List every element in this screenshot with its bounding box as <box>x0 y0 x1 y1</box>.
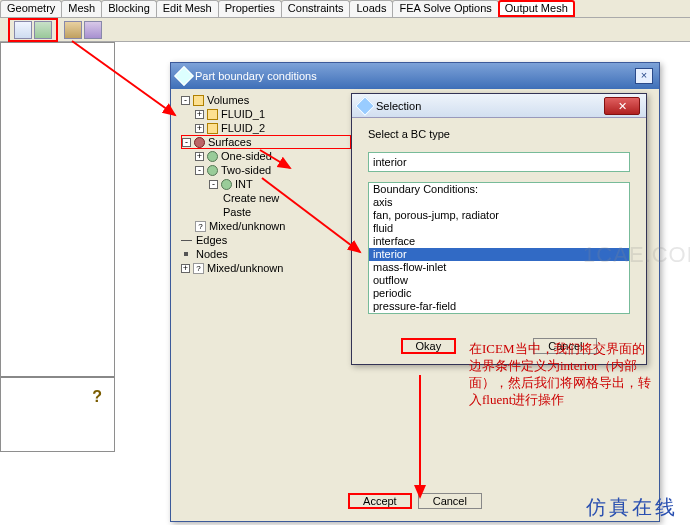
tree-fluid1[interactable]: FLUID_1 <box>221 108 265 120</box>
tree-surfaces[interactable]: Surfaces <box>208 136 251 148</box>
part-boundary-dialog: Part boundary conditions × -Volumes +FLU… <box>170 62 660 522</box>
okay-button[interactable]: Okay <box>401 338 457 354</box>
tree-int[interactable]: INT <box>235 178 253 190</box>
list-item[interactable]: outflow <box>369 274 629 287</box>
left-panel: ? <box>0 42 115 452</box>
dialog-close-button[interactable]: × <box>635 68 653 84</box>
toolbar-btn-2[interactable] <box>34 21 52 39</box>
tree-create-new[interactable]: Create new <box>223 192 279 204</box>
tree-mixed-2[interactable]: Mixed/unknown <box>207 262 283 274</box>
help-icon[interactable]: ? <box>92 388 102 406</box>
tree: -Volumes +FLUID_1 +FLUID_2 -Surfaces +On… <box>181 93 351 275</box>
toolbar-btn-3[interactable] <box>64 21 82 39</box>
list-item[interactable]: mass-flow-inlet <box>369 261 629 274</box>
selection-titlebar[interactable]: Selection ✕ <box>352 94 646 118</box>
tree-mixed-1[interactable]: Mixed/unknown <box>209 220 285 232</box>
list-item[interactable]: fluid <box>369 222 629 235</box>
selection-title: Selection <box>376 100 421 112</box>
toolbar-btn-4[interactable] <box>84 21 102 39</box>
tree-fluid2[interactable]: FLUID_2 <box>221 122 265 134</box>
selection-dialog: Selection ✕ Select a BC type Boundary Co… <box>351 93 647 365</box>
tab-geometry[interactable]: Geometry <box>0 0 62 17</box>
cancel-button[interactable]: Cancel <box>418 493 482 509</box>
toolbar-group-highlighted <box>8 18 58 42</box>
dialog-titlebar[interactable]: Part boundary conditions × <box>171 63 659 89</box>
tab-properties[interactable]: Properties <box>218 0 282 17</box>
tree-edges[interactable]: Edges <box>196 234 227 246</box>
main-tabbar: Geometry Mesh Blocking Edit Mesh Propert… <box>0 0 690 18</box>
selection-label: Select a BC type <box>368 128 630 140</box>
left-panel-content <box>1 43 114 378</box>
toolbar-btn-1[interactable] <box>14 21 32 39</box>
dialog-title: Part boundary conditions <box>195 70 635 82</box>
tree-onesided[interactable]: One-sided <box>221 150 272 162</box>
list-item-selected[interactable]: interior <box>369 248 629 261</box>
tree-twosided[interactable]: Two-sided <box>221 164 271 176</box>
annotation-text: 在ICEM当中，我们将交界面的边界条件定义为interior（内部面），然后我们… <box>469 340 651 408</box>
tree-nodes[interactable]: Nodes <box>196 248 228 260</box>
tab-blocking[interactable]: Blocking <box>101 0 157 17</box>
list-item[interactable]: Boundary Conditions: <box>369 183 629 196</box>
tree-paste[interactable]: Paste <box>223 206 251 218</box>
tab-constraints[interactable]: Constraints <box>281 0 351 17</box>
selection-close-button[interactable]: ✕ <box>604 97 640 115</box>
tab-fea-solve[interactable]: FEA Solve Options <box>392 0 498 17</box>
dialog-icon <box>174 66 194 86</box>
accept-button[interactable]: Accept <box>348 493 412 509</box>
toolbar <box>0 18 690 42</box>
dialog-body: -Volumes +FLUID_1 +FLUID_2 -Surfaces +On… <box>171 89 659 519</box>
tab-output-mesh[interactable]: Output Mesh <box>498 0 575 17</box>
tree-volumes[interactable]: Volumes <box>207 94 249 106</box>
brand-text: 仿真在线 <box>586 494 678 521</box>
bc-type-input[interactable] <box>368 152 630 172</box>
list-item[interactable]: axis <box>369 196 629 209</box>
tab-mesh[interactable]: Mesh <box>61 0 102 17</box>
list-item[interactable]: pressure-far-field <box>369 300 629 313</box>
tab-loads[interactable]: Loads <box>349 0 393 17</box>
bc-type-list[interactable]: Boundary Conditions: axis fan, porous-ju… <box>368 182 630 314</box>
selection-icon <box>355 96 375 116</box>
list-item[interactable]: periodic <box>369 287 629 300</box>
tab-edit-mesh[interactable]: Edit Mesh <box>156 0 219 17</box>
list-item[interactable]: interface <box>369 235 629 248</box>
list-item[interactable]: fan, porous-jump, radiator <box>369 209 629 222</box>
